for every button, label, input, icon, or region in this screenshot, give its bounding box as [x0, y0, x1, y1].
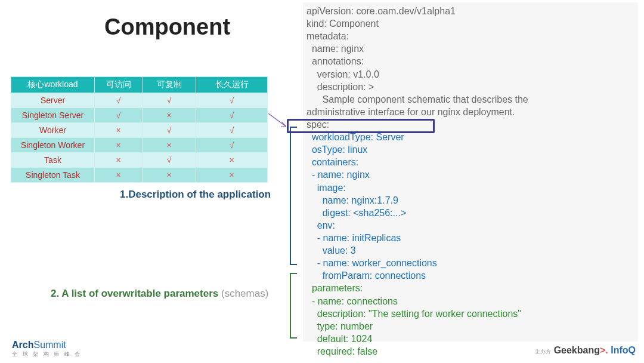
code-highlight-line: workloadType: Server: [306, 132, 404, 142]
cell-v: ×: [143, 168, 196, 183]
highlight-box-icon: [287, 119, 435, 133]
svg-line-0: [268, 113, 286, 127]
cell-v: ×: [95, 168, 143, 183]
th-longrun: 长久运行: [196, 77, 268, 93]
cell-v: ×: [95, 138, 143, 153]
cell-v: ×: [196, 153, 268, 168]
code-blue: osType: linux containers: - name: nginx …: [306, 144, 437, 281]
th-workload: 核心workload: [11, 77, 95, 93]
cell-name: Singleton Task: [11, 168, 95, 183]
table-row: Singleton Worker × × √: [11, 138, 268, 153]
cell-v: √: [196, 138, 268, 153]
logo-geekbang: Geekbang: [554, 345, 600, 355]
logo-infoq: InfoQ: [611, 345, 636, 355]
logo-sub: 全 球 架 构 师 峰 会: [12, 350, 82, 358]
cell-name: Worker: [11, 123, 95, 138]
th-copy: 可复制: [143, 77, 196, 93]
workload-table: 核心workload 可访问 可复制 长久运行 Server √ √ √ Sin…: [11, 76, 268, 183]
cell-v: √: [196, 93, 268, 108]
footer-small: 主办方: [535, 349, 551, 355]
label-parameters: 2. A list of overwritable parameters (sc…: [51, 288, 268, 300]
table-row: Task × √ ×: [11, 153, 268, 168]
code-top: apiVersion: core.oam.dev/v1alpha1 kind: …: [306, 6, 528, 130]
cell-v: √: [196, 123, 268, 138]
cell-v: √: [143, 93, 196, 108]
gt-icon: >.: [600, 345, 608, 355]
cell-v: ×: [143, 108, 196, 123]
arrow-icon: [268, 113, 286, 131]
cell-v: √: [196, 108, 268, 123]
table-row: Worker × √ √: [11, 123, 268, 138]
table-row: Singleton Task × × ×: [11, 168, 268, 183]
th-access: 可访问: [95, 77, 143, 93]
cell-v: √: [143, 123, 196, 138]
cell-v: √: [95, 93, 143, 108]
bracket-blue-icon: [290, 127, 297, 265]
label-parameters-paren: (schemas): [221, 288, 268, 299]
cell-v: ×: [143, 138, 196, 153]
cell-name: Server: [11, 93, 95, 108]
table-row: Singleton Server √ × √: [11, 108, 268, 123]
label-parameters-bold: 2. A list of overwritable parameters: [51, 288, 221, 299]
bracket-green-icon: [290, 273, 297, 339]
cell-name: Singleton Server: [11, 108, 95, 123]
cell-name: Task: [11, 153, 95, 168]
cell-v: √: [95, 108, 143, 123]
logo-summit: Summit: [33, 340, 66, 350]
table-row: Server √ √ √: [11, 93, 268, 108]
footer-left: ArchSummit 全 球 架 构 师 峰 会: [12, 340, 82, 358]
cell-v: ×: [196, 168, 268, 183]
logo-arch: Arch: [12, 340, 33, 350]
cell-name: Singleton Worker: [11, 138, 95, 153]
code-green: parameters: - name: connections descript…: [306, 283, 521, 356]
label-description: 1.Description of the application: [120, 189, 271, 201]
footer-right: 主办方 Geekbang>. InfoQ: [535, 345, 636, 356]
page-title: Component: [104, 14, 230, 40]
cell-v: √: [143, 153, 196, 168]
cell-v: ×: [95, 123, 143, 138]
cell-v: ×: [95, 153, 143, 168]
yaml-code: apiVersion: core.oam.dev/v1alpha1 kind: …: [303, 2, 638, 342]
